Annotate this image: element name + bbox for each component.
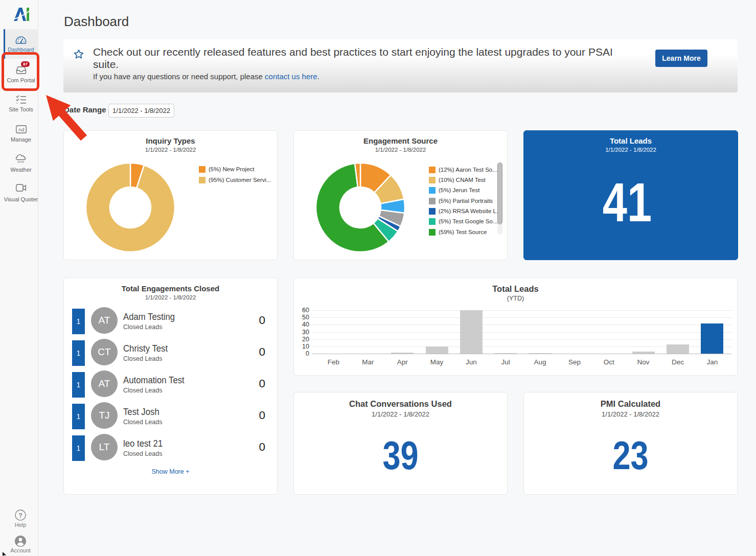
svg-text:Ad: Ad: [18, 127, 25, 132]
svg-text:?: ?: [18, 512, 22, 519]
